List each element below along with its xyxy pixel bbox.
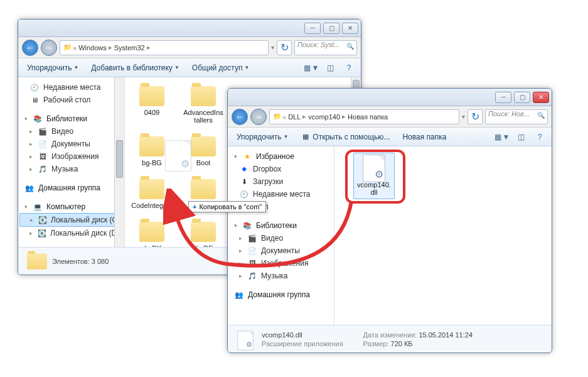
breadcrumb-seg[interactable]: System32 [112, 44, 147, 52]
search-input[interactable]: Поиск: Нов... [485, 109, 548, 124]
forward-button[interactable]: → [250, 109, 267, 125]
toolbar: Упорядочить▼ Добавить в библиотеку▼ Общи… [18, 58, 361, 77]
breadcrumb-seg[interactable]: Новая папка [346, 113, 390, 121]
search-input[interactable]: Поиск: Syst... [294, 40, 357, 55]
sidebar-music[interactable]: 🎵Музыка [228, 270, 334, 282]
folder-item[interactable]: CodeIntegrity [131, 177, 173, 209]
forward-button[interactable]: → [41, 40, 57, 56]
minimize-button[interactable]: ─ [495, 92, 511, 103]
breadcrumb-seg[interactable]: Windows [77, 44, 109, 52]
sidebar-documents[interactable]: 📄Документы [18, 138, 124, 150]
sidebar-images[interactable]: 🖼Изображения [228, 257, 334, 270]
sidebar: ★Избранное ⯁Dropbox ⬇Загрузки 🕘Недавние … [228, 146, 334, 325]
breadcrumb-seg[interactable]: vcomp140 [306, 113, 342, 121]
status-bar: vcomp140.dll Расширение приложения Дата … [228, 325, 552, 352]
organize-button[interactable]: Упорядочить▼ [23, 62, 82, 74]
preview-pane-button[interactable]: ◫ [323, 61, 337, 75]
sidebar-video[interactable]: 🎬Видео [228, 232, 334, 244]
view-button[interactable]: ▦▼ [495, 130, 509, 144]
back-button[interactable]: ← [22, 40, 38, 56]
organize-button[interactable]: Упорядочить▼ [233, 131, 292, 143]
dropdown-icon[interactable]: ▾ [462, 113, 465, 120]
folder-icon: 📁 [272, 112, 282, 122]
close-button[interactable]: ✕ [533, 92, 549, 103]
status-filename: vcomp140.dll [262, 331, 343, 339]
maximize-button[interactable]: ▢ [323, 23, 339, 34]
add-to-library-button[interactable]: Добавить в библиотеку▼ [87, 62, 183, 74]
sidebar-downloads[interactable]: ⬇Загрузки [228, 175, 334, 188]
help-button[interactable]: ? [342, 61, 356, 75]
sidebar-homegroup[interactable]: 👥Домашняя группа [228, 288, 334, 301]
drag-tooltip: + Копировать в "com" [188, 201, 266, 212]
dll-file-icon [363, 155, 385, 182]
maximize-button[interactable]: ▢ [514, 92, 530, 103]
sidebar-homegroup[interactable]: 👥Домашняя группа [18, 182, 124, 194]
titlebar[interactable]: ─ ▢ ✕ [228, 89, 552, 106]
nav-bar: ← → 📁 « DLL▸ vcomp140▸ Новая папка ▾ ↻ П… [228, 106, 552, 128]
refresh-button[interactable]: ↻ [468, 109, 483, 124]
refresh-button[interactable]: ↻ [277, 40, 292, 55]
share-button[interactable]: Общий доступ▼ [188, 62, 254, 74]
minimize-button[interactable]: ─ [304, 23, 321, 34]
sidebar-disk-c[interactable]: 💽Локальный диск (C:) [19, 213, 123, 227]
sidebar-disk-d[interactable]: 💽Локальный диск (D:) [18, 227, 124, 239]
sidebar-recent[interactable]: 🕘Недавние места [228, 188, 334, 200]
open-with-button[interactable]: ▦Открыть с помощью... [297, 130, 393, 144]
scrollbar[interactable] [114, 77, 124, 247]
dropdown-icon[interactable]: ▾ [271, 44, 274, 51]
sidebar-music[interactable]: 🎵Музыка [18, 163, 124, 175]
nav-bar: ← → 📁 « Windows▸ System32▸ ▾ ↻ Поиск: Sy… [18, 37, 361, 58]
status-text: Элементов: 3 080 [52, 258, 109, 265]
titlebar[interactable]: ─ ▢ ✕ [18, 19, 361, 37]
dll-file-icon [234, 329, 254, 349]
close-button[interactable]: ✕ [342, 23, 358, 34]
sidebar-images[interactable]: 🖼Изображения [18, 150, 124, 163]
sidebar-desktop[interactable]: 🖥Рабочий стол [18, 94, 124, 106]
file-name: vcomp140.dll [357, 181, 391, 196]
folder-item[interactable]: de-DE [183, 219, 224, 247]
sidebar-computer[interactable]: 💻Компьютер [18, 200, 124, 213]
status-filetype: Расширение приложения [262, 340, 343, 347]
explorer-window-dll: ─ ▢ ✕ ← → 📁 « DLL▸ vcomp140▸ Новая папка… [227, 88, 552, 353]
plus-icon: + [193, 203, 196, 210]
breadcrumb[interactable]: 📁 « DLL▸ vcomp140▸ Новая папка [269, 109, 459, 124]
file-icon [165, 140, 191, 172]
sidebar-dropbox[interactable]: ⯁Dropbox [228, 163, 334, 175]
file-pane[interactable]: vcomp140.dll [334, 146, 552, 325]
toolbar: Упорядочить▼ ▦Открыть с помощью... Новая… [228, 128, 552, 146]
sidebar-libraries[interactable]: 📚Библиотеки [228, 219, 334, 232]
help-button[interactable]: ? [533, 130, 547, 144]
folder-item[interactable]: da-DK [131, 219, 173, 247]
new-folder-button[interactable]: Новая папка [398, 131, 450, 143]
breadcrumb[interactable]: 📁 « Windows▸ System32▸ [60, 40, 269, 55]
sidebar-video[interactable]: 🎬Видео [18, 125, 124, 138]
sidebar: 🕘Недавние места 🖥Рабочий стол 📚Библиотек… [18, 77, 125, 247]
preview-pane-button[interactable]: ◫ [514, 130, 528, 144]
folder-icon: 📁 [63, 43, 73, 53]
sidebar-documents[interactable]: 📄Документы [228, 244, 334, 257]
sidebar-libraries[interactable]: 📚Библиотеки [18, 112, 124, 125]
folder-item[interactable]: 0409 [131, 84, 173, 124]
folder-item[interactable]: AdvancedInstallers [183, 84, 224, 124]
back-button[interactable]: ← [232, 109, 248, 125]
breadcrumb-seg[interactable]: DLL [286, 113, 302, 121]
sidebar-recent[interactable]: 🕘Недавние места [18, 81, 124, 94]
file-item-vcomp140[interactable]: vcomp140.dll [353, 153, 395, 199]
folder-icon [24, 251, 45, 271]
view-button[interactable]: ▦▼ [304, 61, 318, 75]
drag-ghost [165, 140, 191, 172]
sidebar-favorites[interactable]: ★Избранное [228, 150, 334, 163]
